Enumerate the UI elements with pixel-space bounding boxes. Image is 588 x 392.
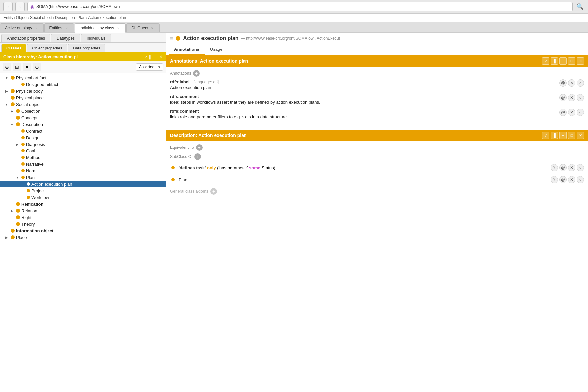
refresh-button[interactable]: ⊙ bbox=[33, 63, 41, 71]
desc-section-box[interactable]: □ bbox=[568, 132, 575, 139]
tree-node-description[interactable]: ▼ Description bbox=[0, 121, 166, 128]
desc-section-close[interactable]: ✕ bbox=[577, 132, 584, 139]
delete-button[interactable]: ✕ bbox=[23, 63, 31, 71]
expander-description[interactable]: ▼ bbox=[9, 122, 15, 127]
tab-data-properties[interactable]: Data properties bbox=[68, 44, 105, 52]
expander-physical-body[interactable]: ▶ bbox=[4, 88, 9, 94]
add-annotation-button[interactable]: + bbox=[193, 70, 200, 77]
tree-node-physical-place[interactable]: Physical place bbox=[0, 94, 166, 101]
tree-node-plan[interactable]: ▼ Plan bbox=[0, 174, 166, 181]
tree-node-goal[interactable]: Goal bbox=[0, 147, 166, 154]
tree-node-concept[interactable]: Concept bbox=[0, 114, 166, 121]
expander-physical-artifact[interactable]: ▼ bbox=[4, 75, 9, 80]
annotation-x-btn-2[interactable]: ✕ bbox=[568, 94, 575, 101]
tree-node-workflow[interactable]: Workflow bbox=[0, 194, 166, 201]
tree-node-project[interactable]: Project bbox=[0, 187, 166, 194]
tree-node-design[interactable]: Design bbox=[0, 134, 166, 141]
tab-entities[interactable]: Entities × bbox=[44, 23, 74, 32]
subclass-at-btn-1[interactable]: @ bbox=[559, 164, 567, 171]
add-general-axioms-button[interactable]: + bbox=[210, 188, 217, 195]
tree-node-theory[interactable]: Theory bbox=[0, 221, 166, 227]
annotation-x-btn-1[interactable]: ✕ bbox=[568, 79, 575, 87]
hierarchy-ctrl-dash[interactable]: ─ bbox=[152, 55, 155, 59]
add-subclass-of-button[interactable]: + bbox=[194, 153, 201, 160]
ann-section-close[interactable]: ✕ bbox=[577, 57, 584, 65]
tree-node-collection[interactable]: ▶ Collection bbox=[0, 108, 166, 114]
tree-node-narrative[interactable]: Narrative bbox=[0, 161, 166, 167]
annotation-at-btn-2[interactable]: @ bbox=[559, 94, 567, 101]
tab-dl-query-close[interactable]: × bbox=[150, 26, 155, 30]
tab-annotations[interactable]: Annotations bbox=[169, 44, 205, 55]
tree-node-physical-body[interactable]: ▶ Physical body bbox=[0, 88, 166, 94]
tree-node-contract[interactable]: Contract bbox=[0, 128, 166, 134]
subclass-x-btn-1[interactable]: ✕ bbox=[568, 164, 575, 171]
add-equivalent-button[interactable]: + bbox=[196, 144, 203, 151]
annotation-o-btn-3[interactable]: ○ bbox=[577, 109, 584, 116]
tree-node-diagnosis[interactable]: ▶ Diagnosis bbox=[0, 141, 166, 147]
forward-button[interactable]: › bbox=[15, 2, 25, 11]
desc-section-split[interactable]: ▐ bbox=[551, 132, 558, 139]
tab-individuals-close[interactable]: × bbox=[116, 26, 121, 30]
subclass-at-btn-2[interactable]: @ bbox=[559, 176, 567, 183]
expander-place[interactable]: ▶ bbox=[4, 235, 9, 240]
subclass-x-btn-2[interactable]: ✕ bbox=[568, 176, 575, 183]
annotation-o-btn-1[interactable]: ○ bbox=[577, 79, 584, 87]
menu-icon[interactable]: ≡ bbox=[170, 35, 173, 41]
annotation-o-btn-2[interactable]: ○ bbox=[577, 94, 584, 101]
tab-active-ontology-close[interactable]: × bbox=[34, 26, 39, 30]
subclass-question-btn-1[interactable]: ? bbox=[551, 164, 558, 171]
ann-section-question[interactable]: ? bbox=[542, 57, 549, 65]
tree-node-norm[interactable]: Norm bbox=[0, 167, 166, 174]
tree-node-place[interactable]: ▶ Place bbox=[0, 234, 166, 241]
desc-section-dash[interactable]: ─ bbox=[559, 132, 567, 139]
tree-node-right[interactable]: Right bbox=[0, 214, 166, 221]
hierarchy-ctrl-question[interactable]: ? bbox=[145, 55, 147, 59]
subclass-o-btn-1[interactable]: ○ bbox=[577, 164, 584, 171]
view-type-select[interactable]: Asserted Inferred bbox=[136, 63, 163, 71]
tree-node-social-object[interactable]: ▼ Social object bbox=[0, 101, 166, 108]
expander-collection[interactable]: ▶ bbox=[9, 108, 15, 114]
breadcrumb-item-plan[interactable]: Plan bbox=[77, 15, 85, 20]
tree-node-physical-artifact[interactable]: ▼ Physical artifact bbox=[0, 74, 166, 81]
tab-individuals-by-class[interactable]: Individuals by class × bbox=[75, 23, 126, 33]
tab-active-ontology[interactable]: Active ontology × bbox=[0, 23, 44, 32]
desc-section-question[interactable]: ? bbox=[542, 132, 549, 139]
expander-relation[interactable]: ▶ bbox=[9, 208, 15, 213]
tab-usage[interactable]: Usage bbox=[205, 44, 228, 55]
subclass-question-btn-2[interactable]: ? bbox=[551, 176, 558, 183]
ann-section-split[interactable]: ▐ bbox=[551, 57, 558, 65]
tree-node-information-object[interactable]: Information object bbox=[0, 227, 166, 234]
tab-annotation-properties[interactable]: Annotation properties bbox=[1, 34, 50, 42]
tab-classes[interactable]: Classes bbox=[1, 44, 26, 52]
tab-object-properties[interactable]: Object properties bbox=[27, 44, 67, 52]
annotation-at-btn-1[interactable]: @ bbox=[559, 79, 567, 87]
tree-node-method[interactable]: Method bbox=[0, 154, 166, 161]
tree-node-designed-artifact[interactable]: Designed artifact bbox=[0, 81, 166, 88]
breadcrumb-item-social[interactable]: Social object bbox=[30, 15, 52, 20]
annotation-at-btn-3[interactable]: @ bbox=[559, 109, 567, 116]
ann-section-box[interactable]: □ bbox=[568, 57, 575, 65]
annotation-x-btn-3[interactable]: ✕ bbox=[568, 109, 575, 116]
breadcrumb-item-entity[interactable]: Entity bbox=[3, 15, 13, 20]
add-subclass-button[interactable]: ⊕ bbox=[3, 63, 11, 71]
tab-datatypes[interactable]: Datatypes bbox=[51, 34, 80, 42]
expander-diagnosis[interactable]: ▶ bbox=[15, 142, 20, 147]
hierarchy-ctrl-split[interactable]: ▐ bbox=[148, 55, 151, 59]
tab-dl-query[interactable]: DL Query × bbox=[126, 23, 160, 32]
hierarchy-ctrl-box[interactable]: □ bbox=[156, 55, 158, 59]
expander-social-object[interactable]: ▼ bbox=[4, 102, 9, 107]
tree-node-action-execution-plan[interactable]: Action execution plan bbox=[0, 181, 166, 187]
back-button[interactable]: ‹ bbox=[3, 2, 13, 11]
search-button[interactable]: 🔍 bbox=[575, 2, 585, 11]
add-sibling-button[interactable]: ⊞ bbox=[13, 63, 21, 71]
breadcrumb-item-object[interactable]: Object bbox=[16, 15, 28, 20]
subclass-o-btn-2[interactable]: ○ bbox=[577, 176, 584, 183]
expander-plan[interactable]: ▼ bbox=[15, 175, 20, 180]
tab-entities-close[interactable]: × bbox=[64, 26, 69, 30]
tab-individuals[interactable]: Individuals bbox=[81, 34, 111, 42]
tree-node-reification[interactable]: Reification bbox=[0, 201, 166, 207]
breadcrumb-item-description[interactable]: Description bbox=[55, 15, 75, 20]
hierarchy-ctrl-close[interactable]: ✕ bbox=[159, 55, 162, 59]
tree-node-relation[interactable]: ▶ Relation bbox=[0, 207, 166, 214]
ann-section-dash[interactable]: ─ bbox=[559, 57, 567, 65]
